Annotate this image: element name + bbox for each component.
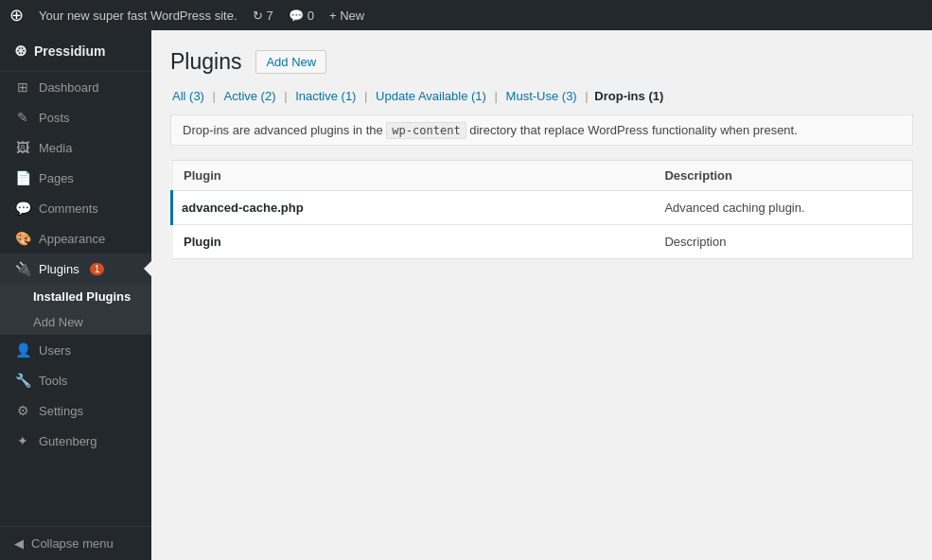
sidebar-sub-installed-plugins[interactable]: Installed Plugins	[0, 284, 151, 309]
media-icon: 🖼	[14, 140, 31, 155]
settings-icon: ⚙	[14, 403, 31, 418]
notice-text-after: directory that replace WordPress functio…	[466, 123, 798, 137]
sidebar-item-media[interactable]: 🖼 Media	[0, 132, 151, 163]
tab-all[interactable]: All (3)	[172, 89, 204, 103]
sidebar-item-label: Dashboard	[39, 80, 99, 95]
sidebar-item-label: Settings	[39, 404, 83, 418]
plugin-description-cell: Description	[653, 225, 912, 259]
sidebar-item-label: Users	[39, 343, 71, 358]
info-notice: Drop-ins are advanced plugins in the wp-…	[170, 114, 913, 146]
notice-code: wp-content	[386, 122, 466, 139]
plugins-icon: 🔌	[14, 261, 31, 276]
sidebar-item-settings[interactable]: ⚙ Settings	[0, 395, 151, 426]
comments-icon: 💬	[289, 9, 304, 23]
table-header: Plugin Description	[172, 161, 913, 191]
brand-name: Pressidium	[34, 44, 105, 59]
sidebar-item-users[interactable]: 👤 Users	[0, 335, 151, 365]
col-description-header: Description	[653, 161, 912, 191]
appearance-icon: 🎨	[14, 231, 31, 246]
sidebar-item-label: Comments	[39, 201, 98, 216]
sidebar-item-posts[interactable]: ✎ Posts	[0, 102, 151, 132]
tab-must-use[interactable]: Must-Use (3)	[506, 89, 577, 103]
plugins-submenu: Installed Plugins Add New	[0, 284, 151, 335]
comments-link[interactable]: 💬 0	[289, 9, 314, 23]
plugin-name-cell: advanced-cache.php	[172, 191, 654, 225]
plugins-table: Plugin Description advanced-cache.phpAdv…	[170, 160, 913, 259]
sidebar: ⊛ Pressidium ⊞ Dashboard ✎ Posts 🖼 Media…	[0, 30, 151, 560]
col-plugin-header: Plugin	[172, 161, 654, 191]
sidebar-item-label: Media	[39, 141, 72, 155]
sidebar-item-label: Posts	[39, 111, 70, 125]
dashboard-icon: ⊞	[14, 79, 31, 95]
sidebar-item-label: Plugins	[39, 262, 79, 276]
add-new-button[interactable]: Add New	[255, 50, 326, 74]
sidebar-item-dashboard[interactable]: ⊞ Dashboard	[0, 72, 151, 102]
users-icon: 👤	[14, 342, 31, 358]
comments-sidebar-icon: 💬	[14, 201, 31, 216]
plugin-name-cell: Plugin	[172, 225, 654, 259]
plugins-table-body: advanced-cache.phpAdvanced caching plugi…	[172, 191, 913, 259]
sidebar-item-label: Appearance	[39, 232, 105, 246]
plugin-name: advanced-cache.php	[182, 201, 304, 215]
sidebar-brand: ⊛ Pressidium	[0, 30, 151, 72]
tab-update-available[interactable]: Update Available (1)	[376, 89, 486, 103]
gutenberg-icon: ✦	[14, 433, 31, 448]
plugin-name: Plugin	[184, 235, 221, 249]
wp-logo-icon[interactable]: ⊕	[9, 5, 24, 26]
table-header-row: Plugin Description	[172, 161, 913, 191]
main-layout: ⊛ Pressidium ⊞ Dashboard ✎ Posts 🖼 Media…	[0, 30, 932, 560]
tab-active[interactable]: Active (2)	[224, 89, 276, 103]
updates-count: 7	[267, 9, 273, 23]
page-header: Plugins Add New	[170, 49, 913, 75]
new-label: + New	[329, 9, 364, 23]
notice-text-before: Drop-ins are advanced plugins in the	[183, 123, 386, 137]
updates-icon: ↻	[253, 9, 263, 23]
tab-drop-ins: Drop-ins (1)	[594, 89, 663, 103]
sidebar-sub-add-new[interactable]: Add New	[0, 309, 151, 335]
sidebar-item-appearance[interactable]: 🎨 Appearance	[0, 223, 151, 254]
site-name[interactable]: Your new super fast WordPress site.	[39, 9, 237, 23]
tab-inactive[interactable]: Inactive (1)	[295, 89, 356, 103]
sidebar-item-tools[interactable]: 🔧 Tools	[0, 365, 151, 395]
table-row: PluginDescription	[172, 225, 913, 259]
sidebar-item-gutenberg[interactable]: ✦ Gutenberg	[0, 426, 151, 456]
collapse-icon: ◀	[14, 536, 24, 551]
filter-tabs: All (3) | Active (2) | Inactive (1) | Up…	[170, 89, 913, 103]
posts-icon: ✎	[14, 110, 31, 125]
sidebar-item-label: Gutenberg	[39, 434, 97, 448]
sidebar-item-plugins[interactable]: 🔌 Plugins 1	[0, 254, 151, 284]
plugin-description-cell: Advanced caching plugin.	[653, 191, 912, 225]
collapse-menu[interactable]: ◀ Collapse menu	[0, 526, 151, 560]
pages-icon: 📄	[14, 170, 31, 185]
tools-icon: 🔧	[14, 373, 31, 388]
sidebar-item-comments[interactable]: 💬 Comments	[0, 193, 151, 223]
admin-bar: ⊕ Your new super fast WordPress site. ↻ …	[0, 0, 932, 30]
sidebar-arrow-icon	[144, 261, 151, 276]
updates-link[interactable]: ↻ 7	[253, 9, 273, 23]
collapse-label: Collapse menu	[31, 536, 114, 551]
new-menu[interactable]: + New	[329, 9, 364, 23]
comments-count: 0	[308, 9, 314, 23]
plugins-badge: 1	[90, 263, 105, 275]
brand-icon: ⊛	[14, 42, 26, 60]
page-title: Plugins	[170, 49, 241, 75]
sidebar-item-label: Tools	[39, 374, 67, 388]
content-area: Plugins Add New All (3) | Active (2) | I…	[151, 30, 932, 560]
sidebar-item-pages[interactable]: 📄 Pages	[0, 163, 151, 193]
table-row: advanced-cache.phpAdvanced caching plugi…	[172, 191, 913, 225]
sidebar-item-label: Pages	[39, 171, 74, 185]
